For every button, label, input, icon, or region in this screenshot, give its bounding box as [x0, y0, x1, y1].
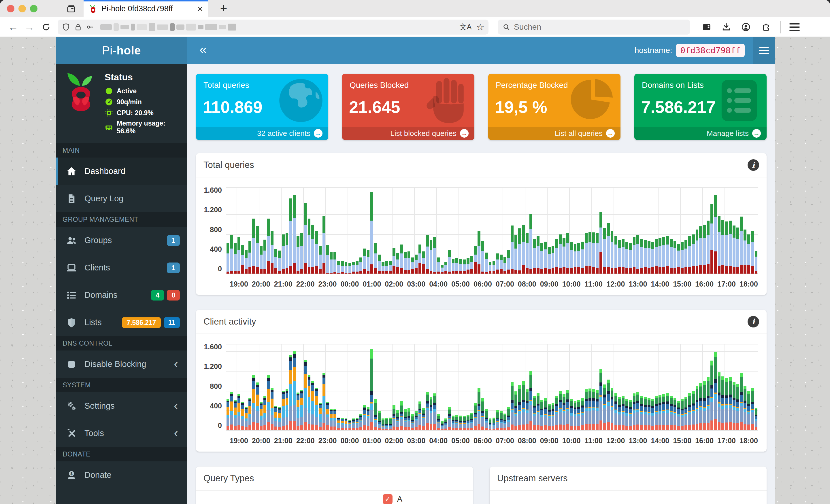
shield-icon [66, 317, 77, 328]
hostname-value: 0fd38cd798ff [676, 44, 745, 57]
lock-icon[interactable] [74, 23, 83, 31]
browser-tab[interactable]: Pi-hole 0fd38cd798ff × [84, 0, 208, 17]
sidebar-panel-icon[interactable] [702, 22, 711, 32]
translate-icon[interactable]: 文A [460, 22, 472, 32]
forward-button[interactable]: → [21, 21, 37, 33]
badge: 0 [167, 290, 180, 300]
badge: 7.586.217 [122, 317, 161, 328]
sidebar-section-donate: DONATE [56, 447, 187, 461]
page-viewport: Pi-hole « hostname: 0fd38cd798ff [56, 37, 775, 504]
sidebar-item-disable-blocking[interactable]: Disable Blocking‹ [56, 350, 187, 378]
minimize-window-button[interactable] [19, 5, 26, 12]
users-icon [66, 235, 77, 246]
content-strip: Pi-hole « hostname: 0fd38cd798ff [0, 37, 830, 504]
screen: Pi-hole 0fd38cd798ff × + ← → [0, 0, 830, 504]
donate-icon: $ [66, 470, 77, 481]
search-bar[interactable]: Suchen [498, 20, 690, 35]
card-footer-link[interactable]: List all queries→ [488, 127, 620, 140]
listicon-icon [66, 290, 77, 301]
sidebar-item-query-log[interactable]: Query Log [56, 185, 187, 212]
card-queries-blocked[interactable]: Queries Blocked21.645List blocked querie… [342, 74, 474, 140]
tab-overview-icon[interactable] [66, 4, 76, 13]
total-queries-chart[interactable]: 1.6001.200800400019:0020:0021:0022:0023:… [196, 177, 767, 295]
chevron-left-icon: ‹ [174, 398, 178, 413]
home-icon [66, 166, 77, 177]
status-memory: Memory usage: 56.6% [105, 120, 182, 135]
arrow-right-icon: → [752, 129, 761, 138]
badge: 1 [167, 262, 180, 273]
bookmark-star-icon[interactable]: ☆ [476, 22, 484, 33]
search-icon [502, 23, 510, 31]
sidebar-section-dns-control: DNS CONTROL [56, 336, 187, 350]
browser-window: Pi-hole 0fd38cd798ff × + ← → [0, 0, 830, 504]
sidebar-collapse-icon[interactable]: « [199, 49, 207, 52]
card-footer-link[interactable]: List blocked queries→ [342, 127, 474, 140]
status-box: Status Active90q/minCPU: 20.9%Memory usa… [56, 64, 187, 143]
tab-close-icon[interactable]: × [197, 4, 203, 13]
shield-icon[interactable] [62, 23, 70, 31]
card-value: 110.869 [203, 97, 328, 116]
card-domains-on-lists[interactable]: Domains on Lists7.586.217Manage lists→ [634, 74, 767, 140]
zoom-window-button[interactable] [30, 5, 37, 12]
client-activity-title: Client activity [203, 316, 256, 327]
card-footer-link[interactable]: Manage lists→ [634, 127, 767, 140]
sidebar-item-settings[interactable]: Settings‹ [56, 392, 187, 419]
dashboard-main: Total queries110.86932 active clients→Qu… [187, 64, 775, 504]
card-total-queries[interactable]: Total queries110.86932 active clients→ [196, 74, 328, 140]
dot-icon [105, 87, 113, 95]
info-icon[interactable]: i [747, 159, 759, 171]
toolbar-divider [780, 21, 781, 33]
sidebar-item-lists[interactable]: Lists7.586.21711 [56, 309, 187, 336]
sidebar-item-domains[interactable]: Domains40 [56, 281, 187, 309]
upstream-servers-panel: Upstream servers [490, 467, 767, 504]
checkbox-checked-icon[interactable]: ✓ [383, 494, 392, 504]
badge: 11 [164, 317, 180, 328]
extensions-puzzle-icon[interactable] [761, 22, 770, 32]
window-controls[interactable] [7, 5, 37, 12]
sidebar-section-system: SYSTEM [56, 378, 187, 392]
pihole-brand[interactable]: Pi-hole [56, 37, 187, 64]
status-chip: CPU: 20.9% [105, 108, 182, 117]
close-window-button[interactable] [7, 5, 14, 12]
tab-title: Pi-hole 0fd38cd798ff [101, 4, 195, 13]
laptop-icon [66, 262, 77, 273]
card-title: Total queries [203, 81, 328, 90]
back-button[interactable]: ← [5, 21, 21, 33]
hostname-label: hostname: [635, 46, 672, 55]
downloads-icon[interactable] [721, 22, 731, 32]
arrow-right-icon: → [606, 129, 615, 138]
sidebar-section-main: MAIN [56, 143, 187, 158]
arrow-right-icon: → [314, 129, 322, 138]
card-footer-link[interactable]: 32 active clients→ [196, 127, 328, 140]
sidebar-item-groups[interactable]: Groups1 [56, 227, 187, 254]
file-icon [66, 193, 77, 204]
url-bar[interactable]: 文A ☆ [58, 20, 488, 35]
sidebar-item-clients[interactable]: Clients1 [56, 254, 187, 281]
arrow-right-icon: → [460, 129, 469, 138]
card-percentage-blocked[interactable]: Percentage Blocked19,5 %List all queries… [488, 74, 620, 140]
pihole-navbar: Pi-hole « hostname: 0fd38cd798ff [56, 37, 775, 64]
client-activity-panel: Client activity i 1.6001.200800400019:00… [196, 310, 767, 451]
chevron-left-icon: ‹ [174, 426, 178, 440]
browser-toolbar: ← → [0, 17, 830, 37]
sidebar-item-tools[interactable]: Tools‹ [56, 419, 187, 447]
reload-button[interactable] [41, 23, 51, 32]
account-icon[interactable] [741, 22, 751, 32]
client-activity-chart[interactable]: 1.6001.200800400019:0020:0021:0022:0023:… [196, 334, 767, 451]
legend-item-a[interactable]: ✓A [383, 494, 402, 504]
menu-button[interactable] [789, 21, 800, 33]
svg-text:$: $ [70, 471, 73, 476]
badge: 1 [167, 235, 180, 246]
sidebar-item-dashboard[interactable]: Dashboard [56, 158, 187, 185]
pihole-logo-icon [63, 71, 99, 137]
status-gauge: 90q/min [105, 98, 182, 106]
sidebar-item-donate[interactable]: $Donate [56, 461, 187, 489]
new-tab-button[interactable]: + [217, 2, 230, 15]
navbar-menu-button[interactable] [753, 37, 775, 64]
query-types-legend[interactable]: ✓A [383, 494, 402, 504]
card-title: Percentage Blocked [496, 81, 620, 90]
key-icon[interactable] [86, 23, 95, 31]
info-icon[interactable]: i [747, 316, 759, 328]
search-placeholder: Suchen [514, 23, 541, 32]
badge: 4 [151, 290, 164, 300]
